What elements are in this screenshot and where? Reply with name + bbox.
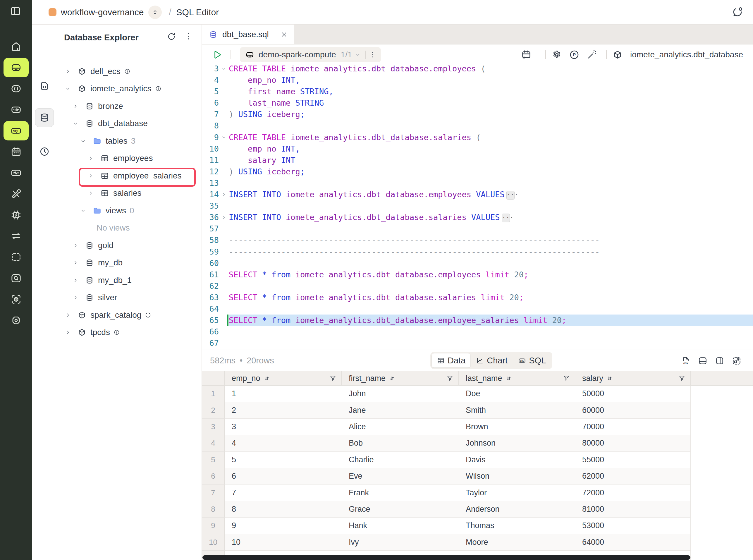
chevron-right-icon-wrap[interactable] [87, 173, 94, 179]
cell-salary[interactable]: 53000 [575, 518, 691, 534]
sql-code-editor[interactable]: 3CREATE TABLE iomete_analytics.dbt_datab… [202, 65, 753, 349]
cell-salary[interactable]: 70000 [575, 419, 691, 435]
download-csv-button[interactable]: csv [679, 354, 693, 368]
cell-salary[interactable]: 62000 [575, 468, 691, 484]
chevron-right-icon-wrap[interactable] [87, 155, 94, 161]
column-header-emp_no[interactable]: emp_no [225, 371, 342, 385]
code-line-61[interactable]: 61SELECT * from iomete_analytics.dbt_dat… [202, 269, 753, 280]
schedule-query-button[interactable] [520, 48, 533, 61]
tree-item-spark_catalog[interactable]: spark_catalog [57, 306, 202, 324]
chevron-down-icon-wrap[interactable] [65, 85, 71, 92]
code-line-3[interactable]: 3CREATE TABLE iomete_analytics.dbt_datab… [202, 65, 753, 74]
code-line-11[interactable]: 11 salary INT [202, 155, 753, 166]
tree-item-tpcds[interactable]: tpcds [57, 324, 202, 341]
nav-transfers-button[interactable] [3, 226, 29, 246]
code-line-6[interactable]: 6 last_name STRING [202, 97, 753, 108]
results-tab-sql[interactable]: SQLSQL [513, 354, 551, 367]
column-header-salary[interactable]: salary [575, 371, 691, 385]
row-number-cell[interactable]: 5 [202, 452, 225, 468]
code-line-36[interactable]: 36INSERT INTO iomete_analytics.dbt_datab… [202, 212, 753, 223]
nav-search-button[interactable] [3, 268, 29, 288]
cell-emp_no[interactable]: 3 [225, 419, 342, 435]
code-line-65[interactable]: 65SELECT * from iomete_analytics.dbt_dat… [202, 315, 753, 326]
code-line-10[interactable]: 10 emp_no INT, [202, 143, 753, 155]
code-line-66[interactable]: 66 [202, 326, 753, 337]
cell-emp_no[interactable]: 1 [225, 386, 342, 402]
chevron-right-icon-wrap[interactable] [65, 68, 71, 75]
cell-last_name[interactable]: Taylor [459, 484, 575, 501]
filter-funnel-icon[interactable] [563, 375, 570, 382]
tree-item-gold[interactable]: gold [57, 237, 202, 254]
code-line-57[interactable]: 57 [202, 223, 753, 234]
tab-close-button[interactable] [280, 31, 288, 38]
settings-button[interactable] [550, 48, 564, 61]
column-header-last_name[interactable]: last_name [459, 371, 575, 385]
fold-gutter[interactable] [219, 212, 229, 223]
code-line-9[interactable]: 9CREATE TABLE iomete_analytics.dbt_datab… [202, 132, 753, 143]
row-number-cell[interactable]: 9 [202, 518, 225, 534]
code-line-60[interactable]: 60 [202, 258, 753, 269]
strip-code-file-button[interactable] [35, 77, 54, 95]
explorer-menu-button[interactable] [184, 32, 194, 41]
nav-storage-button[interactable] [3, 58, 29, 77]
sort-icon[interactable] [263, 375, 270, 382]
cell-emp_no[interactable]: 8 [225, 501, 342, 518]
expand-results-button[interactable] [730, 354, 744, 368]
row-number-cell[interactable]: 7 [202, 484, 225, 501]
cell-emp_no[interactable]: 7 [225, 484, 342, 501]
cell-salary[interactable]: 80000 [575, 435, 691, 452]
sort-icon[interactable] [606, 375, 613, 382]
parameters-button[interactable]: P [568, 48, 581, 61]
cell-first_name[interactable]: Frank [342, 484, 459, 501]
cell-salary[interactable]: 60000 [575, 402, 691, 418]
code-line-35[interactable]: 35 [202, 200, 753, 212]
cell-salary[interactable]: 50000 [575, 386, 691, 402]
tree-item-dbt_database[interactable]: dbt_database [57, 115, 202, 133]
folded-code-badge[interactable]: ··· [502, 214, 510, 222]
sort-icon[interactable] [505, 375, 512, 382]
chevron-right-icon-wrap[interactable] [72, 277, 79, 283]
code-line-67[interactable]: 67 [202, 337, 753, 349]
tree-item-salaries[interactable]: salaries [57, 185, 202, 202]
code-line-14[interactable]: 14INSERT INTO iomete_analytics.dbt_datab… [202, 189, 753, 200]
cell-emp_no[interactable]: 9 [225, 518, 342, 534]
cell-first_name[interactable]: Grace [342, 501, 459, 518]
tab-dbt-base-sql[interactable]: dbt_base.sql [202, 25, 294, 44]
strip-history-button[interactable] [35, 142, 54, 161]
row-number-cell[interactable]: 8 [202, 501, 225, 518]
code-line-4[interactable]: 4 emp_no INT, [202, 74, 753, 86]
cell-last_name[interactable]: Doe [459, 386, 575, 402]
nav-monitoring-button[interactable] [3, 163, 29, 183]
query-context[interactable]: iomete_analytics.dbt_database [630, 50, 743, 59]
info-icon-wrap[interactable] [114, 329, 120, 336]
nav-governance-button[interactable] [3, 311, 29, 330]
tree-item-employee_salaries[interactable]: employee_salaries [57, 167, 202, 185]
code-line-64[interactable]: 64 [202, 303, 753, 315]
nav-sql-editor-button[interactable]: SQL [3, 121, 29, 140]
nav-tools-button[interactable] [3, 184, 29, 204]
cell-first_name[interactable]: Charlie [342, 452, 459, 468]
code-line-5[interactable]: 5 first_name STRING, [202, 86, 753, 97]
code-line-7[interactable]: 7) USING iceberg; [202, 108, 753, 120]
row-number-cell[interactable]: 2 [202, 402, 225, 418]
cell-last_name[interactable]: Brown [459, 419, 575, 435]
chevron-right-icon-wrap[interactable] [72, 103, 79, 109]
tree-item-silver[interactable]: silver [57, 289, 202, 307]
cell-emp_no[interactable]: 10 [225, 534, 342, 551]
cell-first_name[interactable]: Bob [342, 435, 459, 452]
cell-first_name[interactable]: Alice [342, 419, 459, 435]
refresh-button[interactable] [166, 32, 177, 42]
code-line-13[interactable]: 13 [202, 177, 753, 189]
info-icon-wrap[interactable] [155, 85, 162, 92]
chevron-right-icon-wrap[interactable] [87, 190, 94, 196]
filter-funnel-icon[interactable] [678, 375, 686, 382]
filter-funnel-icon[interactable] [446, 375, 454, 382]
column-header-first_name[interactable]: first_name [342, 371, 459, 385]
cell-first_name[interactable]: Jane [342, 402, 459, 418]
nav-catalog-scan-button[interactable] [3, 289, 29, 309]
cell-emp_no[interactable]: 6 [225, 468, 342, 484]
chevron-right-icon-wrap[interactable] [72, 260, 79, 266]
results-tab-chart[interactable]: Chart [471, 354, 512, 367]
cell-first_name[interactable]: John [342, 386, 459, 402]
cell-last_name[interactable]: Smith [459, 402, 575, 418]
